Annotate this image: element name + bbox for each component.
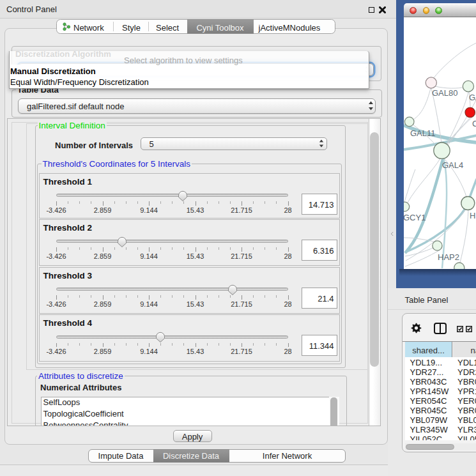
svg-text:GCY1: GCY1 [404,213,426,222]
svg-text:GAL4: GAL4 [442,160,463,170]
svg-text:H: H [470,211,475,220]
svg-text:C: C [472,119,476,128]
svg-text:GAL11: GAL11 [410,128,436,138]
svg-text:HAP2: HAP2 [438,252,459,262]
svg-text:GA: GA [469,93,476,102]
svg-text:GAL80: GAL80 [432,88,457,98]
